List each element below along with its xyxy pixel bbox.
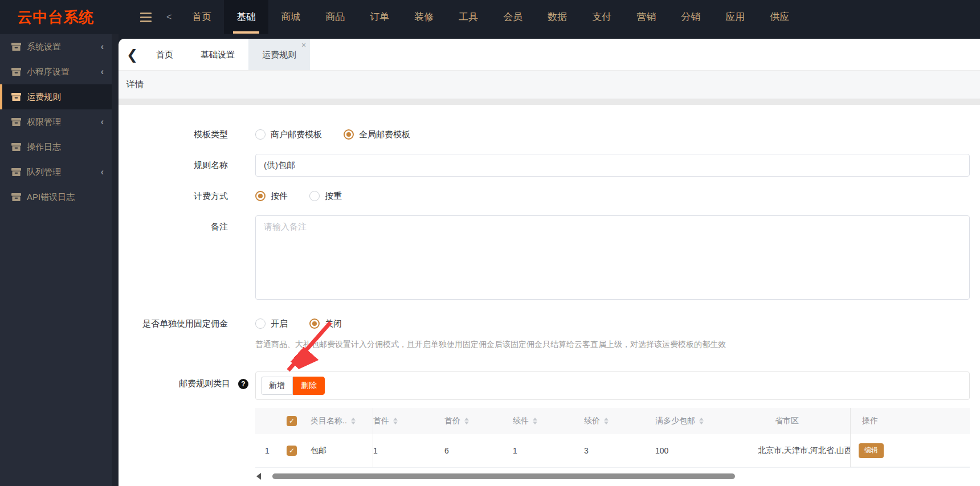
column-label: 续件 <box>513 416 529 426</box>
radio-unselected-icon[interactable] <box>309 191 320 201</box>
radio-label: 关闭 <box>325 318 342 329</box>
archive-box-icon <box>11 42 21 51</box>
edit-button[interactable]: 编辑 <box>859 443 884 458</box>
nav-item-10[interactable]: 营销 <box>624 0 668 34</box>
sort-desc-caret <box>533 422 537 424</box>
field-label-with-help: 邮费规则类目 ? <box>119 371 255 389</box>
action-column-rows: 编辑 <box>851 434 970 467</box>
sort-icon[interactable] <box>699 418 704 424</box>
sidebar-item-2[interactable]: 运费规则 <box>0 84 112 109</box>
radio-option-1[interactable]: 按重 <box>309 191 342 202</box>
nav-item-11[interactable]: 分销 <box>668 0 713 34</box>
form-row-fixed-commission: 是否单独使用固定佣金 开启关闭 <box>119 312 980 335</box>
nav-item-5[interactable]: 装修 <box>402 0 446 34</box>
form-panel: 模板类型 商户邮费模板全局邮费模板 规则名称 计费方式 按件按重 备注 <box>119 105 980 486</box>
tab-2[interactable]: 运费规则× <box>248 39 310 70</box>
scrollbar-thumb[interactable] <box>272 473 735 479</box>
radio-option-1[interactable]: 全局邮费模板 <box>344 129 410 140</box>
sidebar-item-label: 操作日志 <box>27 142 61 153</box>
radio-selected-icon[interactable] <box>344 129 354 140</box>
column-header-4[interactable]: 续价 <box>584 416 655 426</box>
form-row-billing: 计费方式 按件按重 <box>119 185 980 207</box>
action-column-header: 操作 <box>851 408 970 434</box>
close-icon[interactable]: × <box>301 41 306 49</box>
radio-unselected-icon[interactable] <box>255 318 266 329</box>
radio-option-0[interactable]: 开启 <box>255 318 288 329</box>
nav-item-6[interactable]: 工具 <box>446 0 491 34</box>
column-header-2[interactable]: 首价 <box>444 416 513 426</box>
nav-item-9[interactable]: 支付 <box>579 0 624 34</box>
radio-option-0[interactable]: 商户邮费模板 <box>255 129 322 140</box>
row-checkbox-cell: ✓ <box>279 446 304 456</box>
nav-item-12[interactable]: 应用 <box>713 0 757 34</box>
sort-asc-caret <box>393 418 398 420</box>
tabs: 首页基础设置运费规则× <box>142 39 310 70</box>
radio-label: 开启 <box>271 318 288 329</box>
sort-icon[interactable] <box>351 418 356 424</box>
archive-icon <box>11 117 21 126</box>
sort-asc-caret <box>351 418 356 420</box>
sidebar-gutter <box>112 34 119 486</box>
page-title: 详情 <box>126 79 144 90</box>
category-table: ✓ 类目名称..首件首价续件续价满多少包邮省市区 1✓包邮1613100北京市,… <box>255 408 970 480</box>
help-icon[interactable]: ? <box>238 379 248 389</box>
delete-button[interactable]: 删除 <box>293 377 325 395</box>
tab-zone: ❮ 首页基础设置运费规则× <box>119 34 980 70</box>
sidebar-item-3[interactable]: 权限管理‹ <box>0 109 112 134</box>
sidebar-item-0[interactable]: 系统设置‹ <box>0 34 112 59</box>
fixed-commission-help-text: 普通商品、大礼包邮费设置计入分佣模式，且开启单独使用固定佣金后该固定佣金只结算给… <box>255 340 970 350</box>
tab-1[interactable]: 基础设置 <box>187 39 248 70</box>
tab-0[interactable]: 首页 <box>142 39 187 70</box>
sidebar-item-6[interactable]: API错误日志 <box>0 185 112 210</box>
column-label: 首件 <box>373 416 389 426</box>
nav-item-13[interactable]: 供应 <box>757 0 802 34</box>
tabs-back-chevron-icon[interactable]: ❮ <box>126 39 138 70</box>
radio-option-1[interactable]: 关闭 <box>309 318 342 329</box>
sidebar-item-5[interactable]: 队列管理‹ <box>0 160 112 185</box>
hamburger-menu-icon[interactable] <box>140 13 152 22</box>
row-checkbox[interactable]: ✓ <box>287 446 297 456</box>
rule-name-input[interactable] <box>255 154 970 177</box>
action-column: 操作 编辑 <box>850 408 970 467</box>
tab-label: 运费规则 <box>262 50 296 59</box>
nav-item-4[interactable]: 订单 <box>357 0 402 34</box>
radio-label: 按重 <box>325 191 342 202</box>
nav-item-3[interactable]: 商品 <box>313 0 357 34</box>
sort-asc-caret <box>464 418 469 420</box>
remark-textarea[interactable] <box>255 215 970 300</box>
tab-bar: ❮ 首页基础设置运费规则× <box>119 39 980 70</box>
sort-icon[interactable] <box>464 418 469 424</box>
column-label: 类目名称.. <box>311 416 347 426</box>
column-header-1[interactable]: 首件 <box>373 416 444 426</box>
select-all-checkbox[interactable]: ✓ <box>287 416 297 426</box>
tab-label: 基础设置 <box>201 50 235 59</box>
sort-icon[interactable] <box>393 418 398 424</box>
scroll-left-arrow-icon[interactable] <box>256 473 261 480</box>
row-cell-0: 包邮 <box>304 434 373 467</box>
sort-desc-caret <box>393 422 398 424</box>
radio-selected-icon[interactable] <box>255 191 266 201</box>
sort-icon[interactable] <box>604 418 609 424</box>
row-cell-4: 3 <box>584 446 655 455</box>
archive-icon <box>11 42 21 51</box>
nav-item-0[interactable]: 首页 <box>179 0 224 34</box>
column-header-0[interactable]: 类目名称.. <box>304 408 373 434</box>
column-header-5[interactable]: 满多少包邮 <box>655 416 758 426</box>
nav-back-icon[interactable]: < <box>166 12 172 22</box>
nav-item-8[interactable]: 数据 <box>535 0 579 34</box>
nav-item-1[interactable]: 基础 <box>224 0 268 34</box>
add-button[interactable]: 新增 <box>261 377 293 395</box>
field-label: 模板类型 <box>119 129 228 140</box>
sort-icon[interactable] <box>533 418 537 424</box>
sidebar-item-1[interactable]: 小程序设置‹ <box>0 59 112 84</box>
nav-item-2[interactable]: 商城 <box>268 0 313 34</box>
radio-unselected-icon[interactable] <box>255 129 266 140</box>
archive-box-icon <box>11 142 21 152</box>
sidebar-item-label: 系统设置 <box>27 42 61 52</box>
sidebar-item-4[interactable]: 操作日志 <box>0 134 112 160</box>
radio-option-0[interactable]: 按件 <box>255 191 288 202</box>
row-cell-2: 6 <box>444 446 513 455</box>
radio-selected-icon[interactable] <box>309 318 320 329</box>
column-header-3[interactable]: 续件 <box>513 416 584 426</box>
nav-item-7[interactable]: 会员 <box>491 0 535 34</box>
